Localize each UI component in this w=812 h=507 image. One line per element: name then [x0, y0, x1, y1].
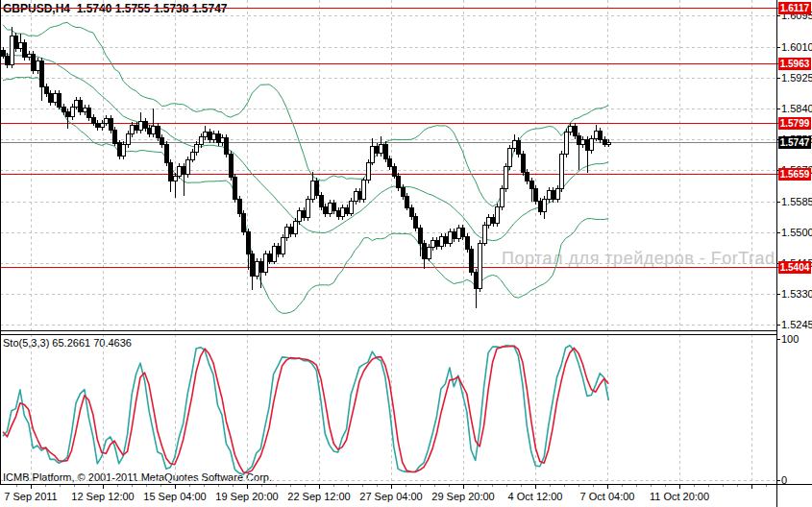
chart-canvas[interactable] — [0, 0, 812, 507]
trading-chart[interactable]: Портал для трейдеров - ForTrader GBPUSD,… — [0, 0, 812, 507]
grid-layer — [0, 0, 776, 484]
borders-layer — [0, 0, 812, 507]
bollinger-bands-layer — [3, 22, 608, 313]
stochastic-layer — [3, 346, 608, 475]
candles-layer — [2, 27, 611, 309]
